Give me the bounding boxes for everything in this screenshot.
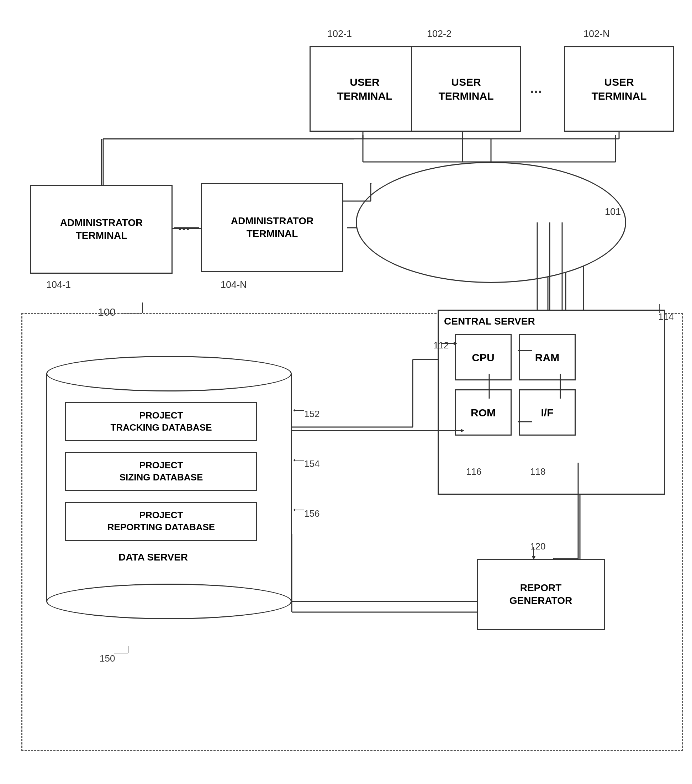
db-to-server-line: [292, 417, 470, 445]
user-terminal-1: USER TERMINAL: [309, 46, 420, 132]
admin-terminal-n: ADMINISTRATOR TERMINAL: [201, 183, 344, 272]
label-112-arrow: [441, 340, 459, 347]
label-154: 154: [304, 458, 319, 469]
report-generator: REPORT GENERATOR: [477, 559, 605, 630]
svg-marker-47: [553, 557, 555, 560]
user-terminal-n: USER TERMINAL: [564, 46, 674, 132]
internal-connections: [461, 328, 667, 481]
admin-terminal-1: ADMINISTRATOR TERMINAL: [30, 185, 173, 273]
adminN-to-network-lines: [342, 183, 385, 233]
label-120-arrow: [530, 547, 537, 560]
label-156: 156: [304, 508, 319, 519]
label-150: 150: [100, 653, 115, 664]
label-156-arrow: [294, 506, 306, 514]
admin-dots-line: [173, 226, 203, 231]
project-tracking-db: PROJECTTRACKING DATABASE: [65, 402, 257, 441]
svg-marker-32: [532, 556, 536, 560]
data-server-inner-label: DATA SERVER: [118, 552, 188, 563]
network-to-server-lines: [509, 222, 598, 315]
label-150-arrow: [114, 646, 131, 655]
svg-marker-38: [294, 458, 295, 462]
label-104-n: 104-N: [220, 279, 247, 290]
user-terminal-2: USER TERMINAL: [411, 46, 521, 132]
label-154-arrow: [294, 456, 306, 464]
svg-marker-64: [369, 183, 373, 185]
ut-to-network-lines: [309, 132, 651, 167]
project-sizing-db: PROJECTSIZING DATABASE: [65, 452, 257, 491]
ellipsis-user-terminals: ...: [530, 80, 542, 96]
label-102-1: 102-1: [327, 28, 352, 40]
central-server-label: CENTRAL SERVER: [444, 315, 535, 328]
svg-marker-40: [294, 508, 295, 512]
svg-marker-49: [461, 429, 464, 432]
data-server-cylinder: PROJECTTRACKING DATABASE PROJECTSIZING D…: [46, 356, 292, 619]
if-to-report-line: [553, 463, 582, 566]
admin-to-network-lines: [100, 139, 356, 189]
label-102-n: 102-N: [584, 28, 610, 40]
label-152-arrow: [294, 407, 306, 414]
svg-marker-29: [454, 342, 457, 345]
label-114-arrow: [654, 304, 665, 315]
svg-marker-36: [294, 408, 295, 412]
project-reporting-db: PROJECTREPORTING DATABASE: [65, 502, 257, 541]
label-104-1: 104-1: [46, 279, 71, 290]
diagram-container: USER TERMINAL 102-1 USER TERMINAL 102-2 …: [0, 0, 692, 784]
label-101: 101: [605, 206, 621, 217]
label-102-2: 102-2: [427, 28, 452, 40]
